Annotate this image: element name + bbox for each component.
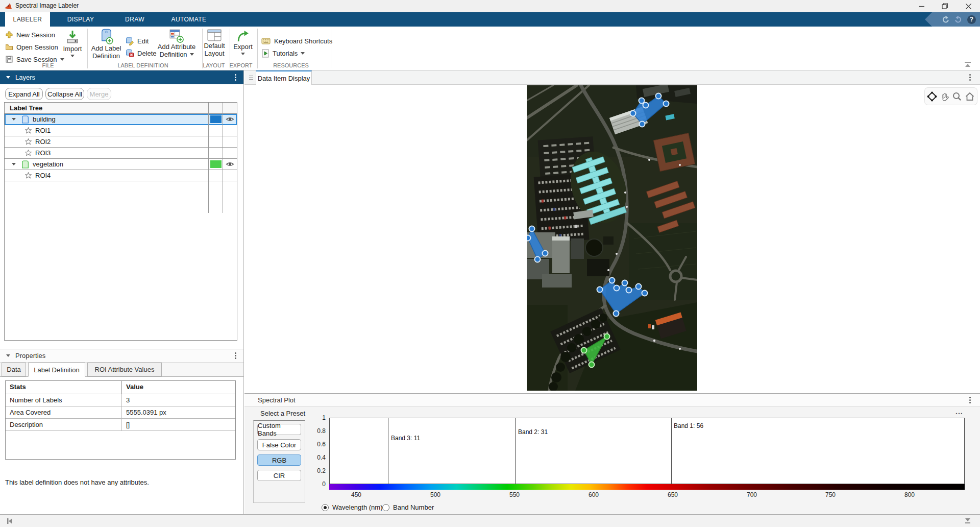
layers-panel: Layers Expand All Collapse All Merge Lab… (0, 70, 244, 349)
new-session-icon (5, 31, 13, 39)
properties-menu-icon[interactable] (235, 352, 236, 359)
image-viewer-canvas[interactable] (244, 85, 980, 393)
panel-grip-icon[interactable] (249, 75, 254, 80)
preset-cir-button[interactable]: CIR (257, 470, 301, 481)
building-visibility-eye-icon[interactable] (226, 115, 234, 123)
default-layout-button[interactable]: Default Layout (201, 29, 228, 57)
tab-data-item-display[interactable]: Data Item Display (256, 70, 312, 85)
open-session-button[interactable]: Open Session (5, 42, 58, 52)
tab-data[interactable]: Data (2, 363, 26, 376)
building-expand-caret-icon[interactable] (12, 118, 16, 121)
tab-labeler[interactable]: LABELER (5, 12, 50, 27)
collapse-all-button[interactable]: Collapse All (45, 88, 84, 100)
wavelength-colorbar (329, 484, 965, 490)
layers-menu-icon[interactable] (235, 74, 236, 81)
tree-row-building[interactable]: building (5, 114, 237, 125)
tab-automate[interactable]: AUTOMATE (163, 12, 214, 27)
edit-label-button[interactable]: Edit (126, 36, 149, 46)
add-attribute-line1: Add Attribute (158, 43, 195, 51)
keyboard-shortcuts-button[interactable]: Keyboard Shortcuts (261, 36, 332, 46)
minimize-button[interactable] (910, 0, 933, 12)
stat-value: 3 (121, 394, 134, 406)
properties-panel-header[interactable]: Properties (0, 349, 243, 363)
layers-panel-header[interactable]: Layers (0, 70, 243, 84)
vegetation-color-swatch[interactable] (210, 160, 222, 168)
preset-group-label: Select a Preset (260, 410, 305, 417)
default-layout-icon (207, 29, 222, 42)
x-tick: 550 (509, 491, 520, 498)
band2-line[interactable] (515, 418, 516, 484)
stat-name: Area Covered (6, 406, 121, 418)
spectral-menu-icon[interactable] (969, 397, 971, 403)
spectral-plot-header[interactable]: Spectral Plot (244, 393, 980, 407)
export-caret-icon (241, 53, 245, 55)
tab-display[interactable]: DISPLAY (55, 12, 106, 27)
tree-row-vegetation[interactable]: vegetation (5, 159, 237, 170)
tab-label-definition-label: Label Definition (34, 366, 80, 374)
new-session-button[interactable]: New Session (5, 30, 55, 40)
save-session-button[interactable]: Save Session (5, 54, 64, 64)
tree-column-divider (223, 103, 223, 213)
tab-data-label: Data (7, 366, 20, 373)
expand-all-button[interactable]: Expand All (5, 88, 43, 100)
help-icon: ? (970, 16, 973, 23)
tree-row-roi3[interactable]: ROI3 (5, 148, 237, 159)
tree-row-roi1[interactable]: ROI1 (5, 125, 237, 136)
spectral-plot-axes[interactable]: Band 3: 11 Band 2: 31 Band 1: 56 (329, 418, 965, 484)
radio-wavelength[interactable]: Wavelength (nm) (322, 504, 383, 511)
satellite-image[interactable] (527, 85, 697, 391)
label-tree-header: Label Tree (10, 104, 42, 112)
tree-row-roi4[interactable]: vegetation ROI4 (5, 170, 237, 181)
plot-more-options-button[interactable]: ... (955, 408, 963, 416)
pan-hand-tool-icon[interactable] (940, 91, 950, 102)
new-session-label: New Session (16, 31, 55, 39)
vegetation-visibility-eye-icon[interactable] (226, 160, 234, 168)
radio-band-number[interactable]: Band Number (382, 504, 434, 511)
preset-false-color-button[interactable]: False Color (257, 439, 301, 450)
collapse-bottom-panel-icon[interactable] (964, 518, 972, 524)
export-button[interactable]: Export (230, 29, 256, 55)
tutorials-button[interactable]: Tutorials (261, 48, 305, 58)
preset-custom-bands-button[interactable]: Custom Bands (257, 424, 301, 435)
vegetation-expand-caret-icon[interactable] (12, 163, 16, 165)
tab-label-definition[interactable]: Label Definition (28, 363, 85, 377)
band3-line[interactable] (388, 418, 388, 484)
properties-collapse-caret-icon[interactable] (6, 354, 10, 357)
import-icon (66, 30, 79, 45)
restore-button[interactable] (933, 0, 957, 12)
properties-table: Stats Value Number of Labels 3 Area Cove… (5, 380, 236, 460)
tab-roi-attribute-values[interactable]: ROI Attribute Values (87, 363, 162, 376)
vegetation-label-tag-icon (22, 160, 29, 169)
add-attribute-caret-icon (190, 53, 194, 56)
add-label-definition-button[interactable]: Add Label Definition (91, 29, 121, 60)
edit-label-label: Edit (137, 37, 149, 45)
undo-icon[interactable] (941, 15, 950, 23)
band1-line[interactable] (671, 418, 672, 484)
collapse-left-panel-icon[interactable] (6, 518, 13, 524)
properties-panel-title: Properties (15, 352, 45, 360)
viewer-menu-icon[interactable] (969, 74, 971, 81)
help-button[interactable]: ? (967, 15, 976, 24)
band1-label: Band 1: 56 (674, 422, 703, 429)
roi-select-tool-icon[interactable] (927, 91, 937, 102)
building-color-swatch[interactable] (210, 115, 222, 123)
merge-button[interactable]: Merge (87, 88, 111, 100)
merge-label: Merge (90, 90, 109, 98)
radio-band-number-circle-icon[interactable] (382, 504, 389, 511)
label-tree: Label Tree building ROI1 ROI2 (4, 102, 237, 341)
home-reset-view-icon[interactable] (965, 91, 975, 102)
zoom-tool-icon[interactable] (952, 91, 962, 102)
redo-icon[interactable] (954, 15, 963, 23)
close-button[interactable] (957, 0, 980, 12)
stat-value: 5555.0391 px (121, 406, 170, 418)
tab-draw[interactable]: DRAW (109, 12, 160, 27)
collapse-ribbon-icon[interactable] (964, 61, 972, 67)
tree-row-roi2[interactable]: ROI2 (5, 136, 237, 148)
add-attribute-definition-button[interactable]: Add Attribute Definition (153, 29, 200, 58)
y-tick: 0.4 (317, 454, 326, 461)
layers-collapse-caret-icon[interactable] (6, 76, 10, 79)
delete-label-button[interactable]: Delete (126, 48, 157, 58)
preset-rgb-button[interactable]: RGB (257, 454, 301, 466)
radio-wavelength-circle-icon[interactable] (322, 504, 329, 511)
import-button[interactable]: Import (60, 30, 85, 57)
